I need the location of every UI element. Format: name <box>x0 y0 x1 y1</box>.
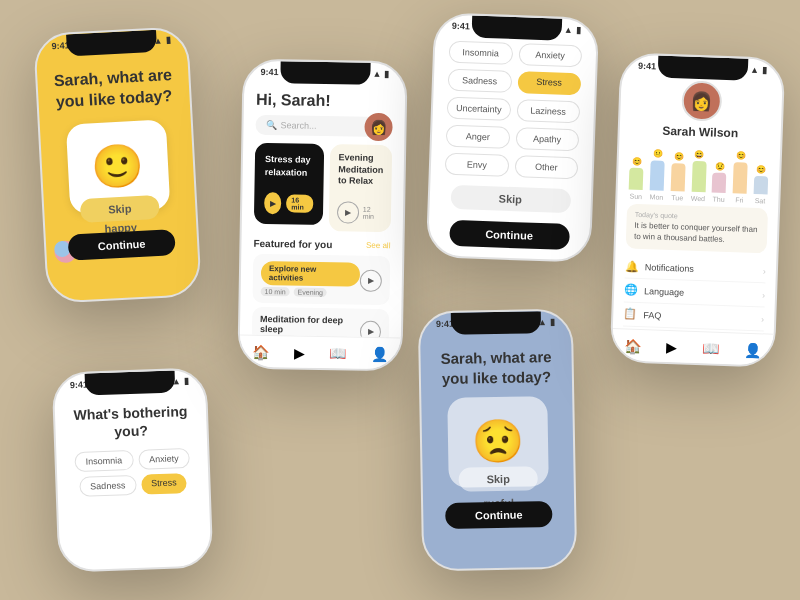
phone-content: Sarah, what are you like today? 😟 rueful… <box>420 329 575 572</box>
status-time: 9:41 <box>638 61 656 72</box>
phone-bothering: 9:41 ●●● ▲ ▮ What's bothering you? Insom… <box>52 367 214 572</box>
continue-button[interactable]: Continue <box>449 220 570 250</box>
emoji-fri: 😊 <box>736 151 746 160</box>
tag-anxiety[interactable]: Anxiety <box>138 448 190 470</box>
day-sun: Sun <box>629 193 642 200</box>
nav-book-icon[interactable]: 📖 <box>329 345 346 361</box>
emoji-sat: 😊 <box>756 165 766 174</box>
skip-button[interactable]: Skip <box>458 466 538 491</box>
happy-face: 🙂 <box>91 144 145 189</box>
emoji-wed: 😄 <box>694 150 704 159</box>
nav-profile-icon[interactable]: 👤 <box>371 345 388 361</box>
notch <box>657 56 748 81</box>
notifications-icon: 🔔 <box>625 260 639 273</box>
featured-card-2: Evening Meditation to Relax ▶ 12 min <box>329 144 392 232</box>
day-tue: Tue <box>671 194 683 201</box>
tag-stress[interactable]: Stress <box>141 473 187 495</box>
day-mon: Mon <box>650 193 664 200</box>
menu-item-left: 🔔 Notifications <box>625 260 694 275</box>
profile-header: 👩 Sarah Wilson <box>630 79 773 142</box>
skip-button[interactable]: Skip <box>450 185 571 213</box>
tag-envy[interactable]: Envy <box>445 153 509 177</box>
wifi-icon: ▲ <box>750 65 759 75</box>
chart-col-fri: 😊 Fri <box>731 151 750 204</box>
continue-button[interactable]: Continue <box>67 229 176 261</box>
tag-grid: Insomnia Anxiety Sadness Stress <box>68 448 196 497</box>
card1-title: Stress day relaxation <box>265 153 315 179</box>
tag-uncertainty[interactable]: Uncertainty <box>447 97 511 121</box>
battery-icon: ▮ <box>576 25 581 35</box>
tag-sadness[interactable]: Sadness <box>448 69 512 93</box>
bottom-nav: 🏠 ▶ 📖 👤 <box>612 328 774 366</box>
day-thu: Thu <box>712 196 724 203</box>
phone-content: What's bothering you? Insomnia Anxiety S… <box>54 387 209 506</box>
phone-profile: 9:41 ●●● ▲ ▮ 👩 Sarah Wilson 😊 Sun 😐 <box>610 52 786 368</box>
language-label: Language <box>644 286 684 297</box>
see-all-link[interactable]: See all <box>366 241 391 250</box>
nav-play-icon[interactable]: ▶ <box>666 339 678 355</box>
bar-thu <box>712 173 727 193</box>
nav-book-icon[interactable]: 📖 <box>702 340 720 357</box>
tag-anxiety[interactable]: Anxiety <box>518 43 582 67</box>
tag-insomnia[interactable]: Insomnia <box>449 41 513 65</box>
tag-stress[interactable]: Stress <box>517 71 581 95</box>
chevron-icon: › <box>763 266 766 276</box>
battery-icon: ▮ <box>384 69 389 79</box>
chart-col-sat: 😊 Sat <box>752 152 771 205</box>
section-title: Featured for you <box>253 238 332 250</box>
tag-laziness[interactable]: Laziness <box>516 99 580 123</box>
greeting-text: Hi, Sarah! <box>256 91 393 111</box>
time-tag-1: Evening <box>294 288 327 298</box>
rueful-face: 😟 <box>471 421 524 464</box>
nav-home-icon[interactable]: 🏠 <box>624 337 642 354</box>
bar-sun <box>629 168 644 190</box>
tag-other[interactable]: Other <box>514 155 578 179</box>
menu-faq[interactable]: 📋 FAQ › <box>623 303 765 332</box>
play-button-activity-1[interactable]: ▶ <box>360 269 382 291</box>
bottom-nav: 🏠 ▶ 📖 👤 <box>239 335 401 370</box>
activity-1-info: Explore new activities 10 min Evening <box>261 261 361 298</box>
notch <box>450 311 540 335</box>
search-placeholder: Search... <box>280 120 316 131</box>
featured-card-1: Stress day relaxation ▶ 16 min <box>254 143 325 225</box>
battery-icon: ▮ <box>550 317 555 327</box>
tag-anger[interactable]: Anger <box>446 125 510 149</box>
chart-col-tue: 😊 Tue <box>669 149 688 202</box>
play-button-1[interactable]: ▶ <box>264 192 282 214</box>
search-icon: 🔍 <box>265 120 276 130</box>
bar-wed <box>691 161 706 192</box>
notch <box>280 61 370 85</box>
tags-grid: Insomnia Anxiety Sadness Stress Uncertai… <box>445 41 583 180</box>
chart-col-sun: 😊 Sun <box>627 148 646 201</box>
nav-home-icon[interactable]: 🏠 <box>252 343 269 359</box>
notch <box>471 16 562 41</box>
phone-content: 👩 Sarah Wilson 😊 Sun 😐 Mon � <box>613 72 783 338</box>
skip-button[interactable]: Skip <box>80 195 160 223</box>
profile-avatar: 👩 <box>681 80 722 121</box>
play-button-2[interactable]: ▶ <box>337 201 359 223</box>
phone-content: Hi, Sarah! 👩 🔍 Search... Stress day rela… <box>239 79 405 365</box>
phone-content: Sarah, what are you like today? 🙂 happy … <box>36 46 201 304</box>
activity-1-meta: 10 min Evening <box>261 287 360 298</box>
quote-text: It is better to conquer yourself than to… <box>634 220 760 247</box>
bar-tue <box>670 163 685 191</box>
continue-button[interactable]: Continue <box>445 501 553 529</box>
wifi-icon: ▲ <box>564 25 573 35</box>
wifi-icon: ▲ <box>372 69 381 79</box>
battery-icon: ▮ <box>165 35 171 45</box>
bar-mon <box>650 160 665 190</box>
chart-col-wed: 😄 Wed <box>689 150 708 203</box>
bothering-question: What's bothering you? <box>67 402 195 443</box>
duration-tag-1: 10 min <box>261 287 290 297</box>
explore-pill: Explore new activities <box>261 261 360 287</box>
activity-2-name: Meditation for deep sleep <box>260 314 361 336</box>
section-header: Featured for you See all <box>253 238 390 251</box>
activity-row-1: Explore new activities 10 min Evening ▶ <box>252 254 390 305</box>
nav-play-icon[interactable]: ▶ <box>294 344 305 360</box>
tag-sadness[interactable]: Sadness <box>79 475 137 497</box>
tag-insomnia[interactable]: Insomnia <box>74 450 133 472</box>
nav-profile-icon[interactable]: 👤 <box>744 341 762 358</box>
tag-apathy[interactable]: Apathy <box>515 127 579 151</box>
menu-item-left: 📋 FAQ <box>623 308 661 322</box>
chevron-icon: › <box>762 290 765 300</box>
